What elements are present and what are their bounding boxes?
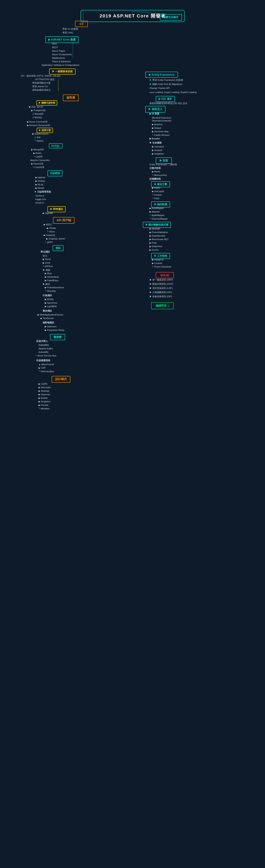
mindmap-container: 2019 ASP.NET Core 開發者 瞭解先決條件 C# 學習 C# 的基… — [0, 0, 265, 868]
distributed-cache-label: 分散式快取 — [150, 166, 161, 170]
rabbitmq-item: RabbitMQ — [38, 344, 49, 346]
webappfactory-item: ▶ WebApplicationFactory — [37, 313, 63, 316]
cqrs-item: ▶ CQRS — [38, 382, 48, 385]
api-clients-node: API 用戶端 — [53, 217, 75, 224]
search-engine-node: ▶ 搜尋引擎 — [37, 128, 53, 133]
ms-di-item2: DependencyInjection — [152, 120, 171, 122]
lsp-item: ▶ 里氏替換原則 (LSP) — [150, 287, 173, 290]
builder-item: ▶ Builder — [38, 397, 48, 399]
mediator-item: └ Mediator — [38, 407, 50, 410]
general-skills-node: ▶ 一般開發者技能 — [49, 68, 76, 74]
e2e-test-label: 端對端測試 — [43, 321, 54, 324]
fluent-assertions-item: ▶ FluentAssertions — [45, 286, 64, 289]
azure-sb-item: └ Azure Service Bus — [35, 354, 56, 357]
litedb-item: └ LiteDB — [33, 155, 43, 158]
sql-server-item: ▶ SQL Server — [29, 105, 43, 108]
solr-item: ├ Solr — [34, 136, 41, 138]
isp-item: ▶ 介面隔離原則 (ISP) — [150, 291, 172, 294]
elasticsearch-item: ▶ ElasticSearch — [32, 132, 49, 135]
relational-db-node: ▶ 關聯式資料庫 — [36, 100, 57, 105]
algorithm-item: 資料結構與演算法 — [32, 89, 51, 92]
mongodb-item: ▶ MongoDB — [31, 148, 44, 151]
hangfire-item: ▶ HangFire — [152, 258, 164, 261]
cache-node: ▶ 快取 — [156, 157, 172, 164]
sentry-item: Sentry.io — [35, 194, 44, 197]
nservicebus-item: └ NServiceBus — [38, 370, 54, 373]
dotnet-cli-item: 學習 dotnet CLI — [32, 85, 48, 88]
nosql-node: NoSQL — [49, 143, 62, 148]
mock-label: ▶ 模擬 — [43, 269, 50, 272]
log-mgmt-label: 日誌管理系統 — [34, 190, 51, 193]
cap-item: ▶ CAP — [38, 367, 46, 369]
fakeiteasy-item: ▶ FakeItEasy — [45, 279, 58, 282]
selenium-item: ▶ Selenium — [45, 325, 57, 328]
nodatime-item: ▶ NodaTime — [150, 245, 162, 248]
mysql-item: ├ MySQL — [32, 116, 42, 119]
testing-node: 測試 — [53, 245, 63, 251]
autofac-item: ▶ AutoFac — [152, 123, 163, 126]
facade-item: ▶ Facade — [38, 404, 49, 406]
task-scheduler-node: ▶ 工作排程 — [151, 253, 170, 259]
ef-item-3: Change Tracker API — [150, 87, 170, 89]
bddfy-item: ▶ BDDfy — [45, 298, 54, 301]
object-mapping-node: ▶ 物件對應 — [151, 202, 170, 208]
assert-label: ▶ 斷言 — [43, 283, 50, 286]
microservices-node: 微服務 — [50, 334, 65, 340]
srp-item: ▶ 單一職責原則 (SRP) — [150, 278, 173, 281]
redis-item: ▶ Redis — [33, 152, 42, 155]
behavior-test-label: 行為測試 — [43, 294, 52, 297]
aspnet-item-middlewares: Middlewares — [52, 57, 65, 59]
csharp-item-2: 學習 LINQ — [62, 31, 73, 34]
memcached-item: └ Memcached — [152, 174, 167, 176]
integration-test-label: 整合測試 — [43, 309, 52, 312]
signalr-item: ▶ SignalR — [43, 212, 53, 215]
aspnet-item-razor-comp: Razor Components — [52, 53, 72, 56]
scrutor-label: ▶ Scrutor — [150, 137, 160, 140]
sieve-item: └ Sieve — [47, 230, 55, 233]
scriban-item: └ Scriban — [152, 193, 162, 196]
nsubstitute-item: ▶ NSubstitute — [45, 276, 59, 278]
ef-cache-item: Entity Framework 二層快取 — [150, 163, 177, 166]
shouldly-item: └ Shouldly — [45, 290, 56, 292]
fluid-item: └ Fluid — [152, 197, 159, 199]
ninject-item: ▶ Ninject — [152, 127, 161, 129]
di-container-label: ▶ DI 容器 — [150, 112, 159, 115]
logging-node: 日誌框架 — [48, 170, 62, 176]
unit-test-label: 單元測試 — [41, 250, 50, 253]
mstest-item: └ MSTest — [43, 265, 53, 268]
swashbuckle-item: ▶ Swashbuckle — [150, 235, 165, 237]
http-item: HTTP/HTTPS 協定 — [35, 78, 55, 81]
best-libraries-node: ▶ 最好瞭解的函式庫 — [143, 222, 171, 228]
nlog-item: ▶ NLog — [35, 183, 43, 186]
nunit-item: ▶ NUnit — [43, 258, 51, 261]
polly-item: ▶ Polly — [150, 242, 157, 244]
lifecycle-label: ▶ 生命週期 — [150, 141, 162, 144]
loggly-item: loggly.com — [35, 198, 46, 200]
scoped-item: ▶ Scoped — [152, 149, 162, 152]
csharp-node: C# — [75, 21, 88, 27]
mapster-item: ▶ Mapster — [150, 210, 160, 213]
prerequisite-node: 瞭解先決條件 — [160, 14, 182, 21]
ocp-item: ▶ 開放封閉原則 (OCP) — [150, 282, 173, 286]
kafka-item: Apache Kafka — [38, 347, 53, 350]
elmah-item: ▶ Elmah — [35, 187, 44, 189]
transient-item: ▶ Transient — [152, 145, 164, 148]
aspnet-item-app-settings: Application Settings & Configurations — [42, 64, 79, 66]
singleton-di-item: ▶ Singleton — [152, 152, 164, 155]
ms-di-item: Microsoft Extensions — [152, 117, 171, 119]
activemq-item: ActiveMQ — [38, 351, 49, 353]
ef-item-4: Lazy Loading, Eager Loading, Explicit Lo… — [150, 91, 196, 93]
elmahio-item: elmah.io — [35, 202, 44, 204]
moq-item: ▶ Moq — [45, 272, 51, 275]
cosmosdb-item: ▶ Azure CosmosDB — [27, 121, 48, 123]
aspnet-node: ▶ ASP.NET Core 基礎 — [45, 36, 78, 43]
ef-item-2: 瞭解 Code First 與 Migrations — [150, 83, 182, 86]
razor-template-item: ▶ Razor — [152, 187, 160, 189]
dotliquid-item: ▶ DotLiquid — [152, 190, 164, 193]
sphinx-item: └ Sphinx — [34, 140, 44, 142]
benchmarknet-item: ▶ Benchmark.NET — [150, 238, 168, 241]
specflow-item: ▶ SpecFlow — [45, 302, 57, 304]
ravendb-item: ▶ RavenDB — [31, 162, 43, 165]
fluent-scheduler-item: └ Fluent Scheduler — [152, 266, 171, 268]
memory-cache-label: 記憶體快取 — [150, 177, 161, 181]
